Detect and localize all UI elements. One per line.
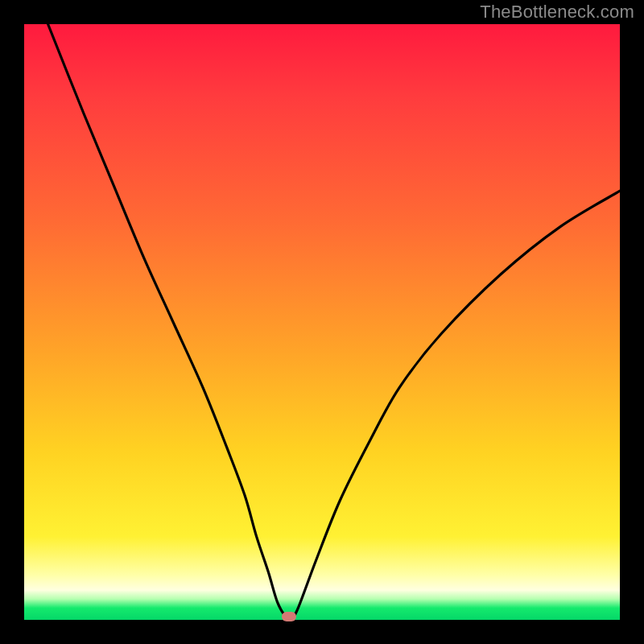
bottleneck-curve-path [48,24,620,618]
chart-frame: TheBottleneck.com [0,0,644,644]
watermark-text: TheBottleneck.com [480,2,634,23]
optimal-marker [282,612,296,621]
plot-area [24,24,620,620]
curve-svg [24,24,620,620]
